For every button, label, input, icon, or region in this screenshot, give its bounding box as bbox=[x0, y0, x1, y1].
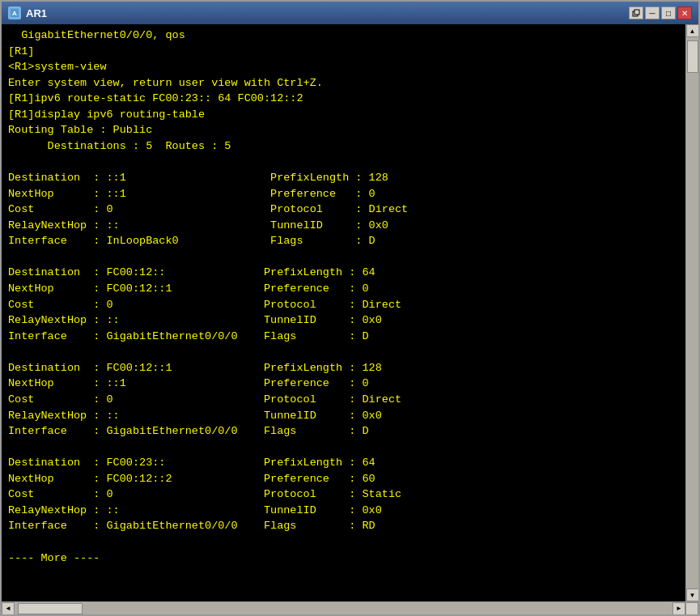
app-icon: A bbox=[8, 6, 21, 19]
horizontal-scrollbar[interactable]: ◄ ► bbox=[2, 601, 698, 614]
restore-button[interactable] bbox=[629, 6, 643, 19]
scroll-left-button[interactable]: ◄ bbox=[2, 602, 15, 615]
terminal-output: GigabitEthernet0/0/0, qos [R1] <R1>syste… bbox=[2, 24, 685, 601]
scroll-thumb[interactable] bbox=[687, 40, 698, 73]
scroll-right-button[interactable]: ► bbox=[672, 602, 685, 615]
title-bar: A AR1 ─ □ ✕ bbox=[2, 2, 698, 24]
scrollbar-corner bbox=[685, 602, 698, 615]
maximize-button[interactable]: □ bbox=[661, 6, 676, 19]
scroll-up-button[interactable]: ▲ bbox=[686, 24, 699, 37]
vertical-scrollbar[interactable]: ▲ ▼ bbox=[685, 24, 698, 601]
scroll-track[interactable] bbox=[686, 37, 698, 588]
close-button[interactable]: ✕ bbox=[677, 6, 692, 19]
main-window: A AR1 ─ □ ✕ GigabitEthernet0/0/0, qos [R… bbox=[0, 0, 700, 616]
scroll-down-button[interactable]: ▼ bbox=[686, 588, 699, 601]
svg-rect-3 bbox=[634, 10, 639, 15]
title-bar-left: A AR1 bbox=[8, 6, 47, 19]
svg-text:A: A bbox=[12, 10, 17, 17]
h-scroll-thumb[interactable] bbox=[18, 603, 83, 614]
minimize-button[interactable]: ─ bbox=[645, 6, 660, 19]
h-scroll-track[interactable] bbox=[15, 602, 672, 614]
title-buttons: ─ □ ✕ bbox=[629, 6, 692, 19]
window-title: AR1 bbox=[26, 7, 47, 19]
